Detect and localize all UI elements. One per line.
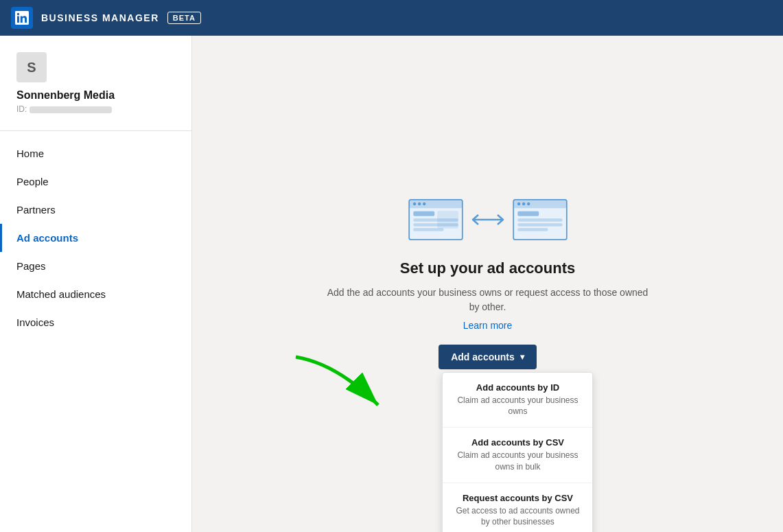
company-id-bar xyxy=(30,106,112,113)
company-id: ID: xyxy=(16,104,175,114)
sidebar-item-partners[interactable]: Partners xyxy=(0,196,191,224)
dropdown-item-by-csv[interactable]: Add accounts by CSV Claim ad accounts yo… xyxy=(443,428,592,483)
main-content: Set up your ad accounts Add the ad accou… xyxy=(192,36,783,532)
company-name: Sonnenberg Media xyxy=(16,89,175,102)
svg-point-15 xyxy=(527,202,530,205)
top-navigation: BUSINESS MANAGER BETA xyxy=(0,0,783,36)
svg-rect-18 xyxy=(517,223,562,226)
sidebar-nav: Home People Partners Ad accounts Pages M… xyxy=(0,131,191,345)
dropdown-item-request-csv[interactable]: Request accounts by CSV Get access to ad… xyxy=(443,483,592,532)
svg-rect-16 xyxy=(517,211,539,216)
sidebar-item-ad-accounts[interactable]: Ad accounts xyxy=(0,224,191,252)
add-accounts-wrapper: Add accounts ▾ Add accounts by ID Claim … xyxy=(439,345,537,369)
sidebar-item-people[interactable]: People xyxy=(0,167,191,196)
main-layout: S Sonnenberg Media ID: Home People Partn… xyxy=(0,36,783,532)
setup-title: Set up your ad accounts xyxy=(400,259,576,277)
chevron-down-icon: ▾ xyxy=(520,352,524,362)
svg-point-13 xyxy=(517,202,519,205)
transfer-arrow-icon xyxy=(471,211,504,228)
svg-point-14 xyxy=(522,202,524,205)
add-accounts-dropdown: Add accounts by ID Claim ad accounts you… xyxy=(442,372,593,533)
setup-description: Add the ad accounts your business owns o… xyxy=(323,286,653,314)
dropdown-item-by-id[interactable]: Add accounts by ID Claim ad accounts you… xyxy=(443,373,592,428)
svg-rect-17 xyxy=(517,218,562,221)
sidebar-item-pages[interactable]: Pages xyxy=(0,252,191,280)
add-accounts-button[interactable]: Add accounts ▾ xyxy=(439,345,537,369)
sidebar-item-home[interactable]: Home xyxy=(0,139,191,167)
svg-point-4 xyxy=(423,202,425,205)
svg-rect-19 xyxy=(517,228,548,231)
svg-rect-5 xyxy=(413,211,434,216)
browser-icon-right xyxy=(513,199,568,240)
sidebar: S Sonnenberg Media ID: Home People Partn… xyxy=(0,36,192,532)
linkedin-logo[interactable] xyxy=(11,7,33,29)
svg-point-3 xyxy=(417,202,420,205)
svg-rect-9 xyxy=(437,211,458,228)
content-center: Set up your ad accounts Add the ad accou… xyxy=(323,199,653,369)
learn-more-link[interactable]: Learn more xyxy=(463,320,513,331)
svg-rect-12 xyxy=(513,199,567,207)
sidebar-item-invoices[interactable]: Invoices xyxy=(0,308,191,336)
app-title: BUSINESS MANAGER xyxy=(41,12,159,23)
annotation-arrow xyxy=(282,350,406,419)
sidebar-item-matched-audiences[interactable]: Matched audiences xyxy=(0,280,191,308)
svg-rect-1 xyxy=(409,199,463,207)
beta-badge: BETA xyxy=(167,12,201,24)
svg-rect-8 xyxy=(413,228,443,231)
company-avatar: S xyxy=(16,52,47,82)
svg-point-2 xyxy=(412,202,415,205)
browser-icon-left xyxy=(408,199,463,240)
company-section: S Sonnenberg Media ID: xyxy=(0,52,191,131)
illustration xyxy=(408,199,568,240)
